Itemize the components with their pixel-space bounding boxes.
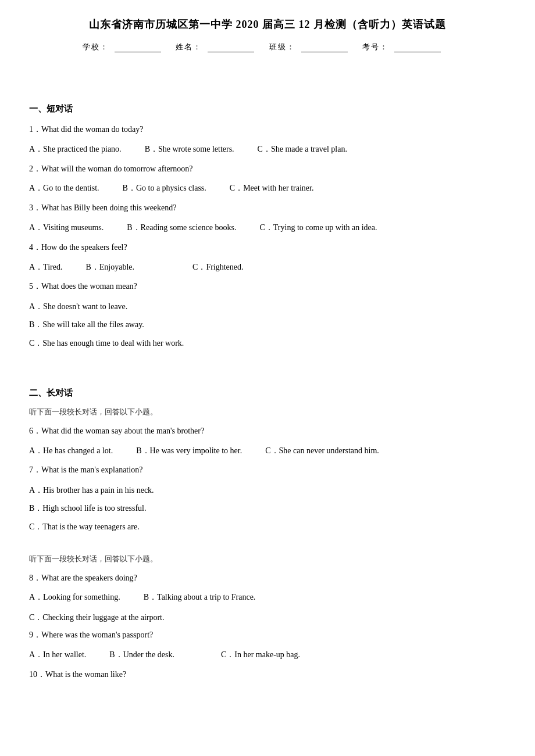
q4-text: How do the speakers feel? <box>41 243 127 252</box>
q5-text: What does the woman mean? <box>41 282 137 291</box>
q9-number: 9． <box>29 630 41 639</box>
q6-optB: B．He was very impolite to her. <box>136 444 242 458</box>
q6-text: What did the woman say about the man's b… <box>41 427 204 435</box>
q4-optB: B．Enjoyable. <box>85 260 134 274</box>
q1-optB: B．She wrote some letters. <box>145 142 234 156</box>
q5-optA: A．She doesn't want to leave. <box>29 299 506 314</box>
q5-optB: B．She will take all the files away. <box>29 317 506 332</box>
q9-optA: A．In her wallet. <box>29 648 86 662</box>
q7-optC: C．That is the way teenagers are. <box>29 519 506 534</box>
q3-optA: A．Visiting museums. <box>29 221 104 235</box>
q4-options: A．Tired. B．Enjoyable. C．Frightened. <box>29 260 506 274</box>
q8-text: What are the speakers doing? <box>41 574 137 582</box>
question-10: 10．What is the woman like? <box>29 668 506 682</box>
q2-text: What will the woman do tomorrow afternoo… <box>41 164 192 173</box>
name-label: 姓名： <box>176 42 202 51</box>
page-title: 山东省济南市历城区第一中学 2020 届高三 12 月检测（含听力）英语试题 <box>29 17 506 31</box>
q7-optB: B．High school life is too stressful. <box>29 501 506 515</box>
q4-number: 4． <box>29 243 41 252</box>
q4-optC: C．Frightened. <box>192 260 244 274</box>
q7-text: What is the man's explanation? <box>41 465 142 474</box>
q10-text: What is the woman like? <box>45 670 126 679</box>
school-label: 学校： <box>83 42 109 51</box>
info-line: 学校： 姓名： 班级： 考号： <box>29 42 506 52</box>
section1-title: 一、短对话 <box>29 103 506 114</box>
q6-number: 6． <box>29 427 41 435</box>
q6-optC: C．She can never understand him. <box>265 444 379 458</box>
q6-options: A．He has changed a lot. B．He was very im… <box>29 444 506 458</box>
question-4: 4．How do the speakers feel? <box>29 241 506 255</box>
q8-number: 8． <box>29 574 41 582</box>
q9-optB: B．Under the desk. <box>109 648 174 662</box>
question-5: 5．What does the woman mean? <box>29 280 506 293</box>
subsection-note-1: 听下面一段较长对话，回答以下小题。 <box>29 407 506 417</box>
q3-number: 3． <box>29 203 41 212</box>
q5-optC: C．She has enough time to deal with her w… <box>29 336 506 350</box>
q9-options: A．In her wallet. B．Under the desk. C．In … <box>29 648 506 662</box>
question-9: 9．Where was the woman's passport? <box>29 628 506 642</box>
section2-title: 二、长对话 <box>29 388 506 399</box>
q1-optA: A．She practiced the piano. <box>29 142 122 156</box>
q5-number: 5． <box>29 282 41 291</box>
q2-optB: B．Go to a physics class. <box>123 181 206 195</box>
q4-optA: A．Tired. <box>29 260 62 274</box>
q9-text: Where was the woman's passport? <box>41 630 153 639</box>
question-8: 8．What are the speakers doing? <box>29 571 506 585</box>
q1-number: 1． <box>29 125 41 134</box>
q8-optB: B．Talking about a trip to France. <box>144 590 256 604</box>
q3-text: What has Billy been doing this weekend? <box>41 203 177 212</box>
question-1: 1．What did the woman do today? <box>29 123 506 137</box>
q2-optA: A．Go to the dentist. <box>29 181 99 195</box>
q1-text: What did the woman do today? <box>41 125 143 134</box>
q2-options: A．Go to the dentist. B．Go to a physics c… <box>29 181 506 195</box>
question-7: 7．What is the man's explanation? <box>29 463 506 477</box>
q1-optC: C．She made a travel plan. <box>258 142 347 156</box>
subsection-note-2: 听下面一段较长对话，回答以下小题。 <box>29 554 506 564</box>
q2-optC: C．Meet with her trainer. <box>230 181 314 195</box>
q2-number: 2． <box>29 164 41 173</box>
q9-optC: C．In her make-up bag. <box>221 648 300 662</box>
q8-optA: A．Looking for something. <box>29 590 120 604</box>
q3-optC: C．Trying to come up with an idea. <box>259 221 377 235</box>
q7-optA: A．His brother has a pain in his neck. <box>29 483 506 497</box>
q8-optC: C．Checking their luggage at the airport. <box>29 610 506 625</box>
question-2: 2．What will the woman do tomorrow aftern… <box>29 162 506 176</box>
q3-options: A．Visiting museums. B．Reading some scien… <box>29 221 506 235</box>
number-label: 考号： <box>362 42 388 51</box>
class-label: 班级： <box>269 42 295 51</box>
q8-options-ab: A．Looking for something. B．Talking about… <box>29 590 506 604</box>
question-6: 6．What did the woman say about the man's… <box>29 424 506 438</box>
q1-options: A．She practiced the piano. B．She wrote s… <box>29 142 506 156</box>
q7-number: 7． <box>29 465 41 474</box>
q3-optB: B．Reading some science books. <box>127 221 236 235</box>
question-3: 3．What has Billy been doing this weekend… <box>29 201 506 215</box>
q10-number: 10． <box>29 670 45 679</box>
q6-optA: A．He has changed a lot. <box>29 444 113 458</box>
